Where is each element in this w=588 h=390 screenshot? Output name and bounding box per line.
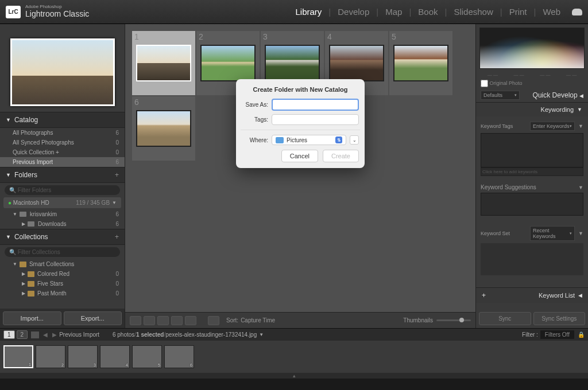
folder-icon bbox=[276, 137, 284, 143]
keyword-set-dropdown[interactable]: Recent Keywords▾ bbox=[530, 226, 575, 241]
where-label: Where: bbox=[242, 137, 268, 143]
catalog-item-selected[interactable]: Previous Import6 bbox=[0, 157, 125, 167]
survey-view-icon[interactable] bbox=[171, 316, 183, 325]
filter-lock-icon[interactable]: 🔒 bbox=[578, 332, 585, 338]
import-button[interactable]: Import... bbox=[3, 311, 61, 325]
module-book[interactable]: Book bbox=[413, 7, 442, 17]
folder-item[interactable]: ▼krisvankim6 bbox=[0, 209, 125, 219]
filter-dropdown[interactable]: Filters Off bbox=[540, 330, 574, 339]
quick-develop-header[interactable]: Quick Develop ◀ bbox=[520, 91, 583, 99]
thumbnail-slider[interactable] bbox=[436, 319, 471, 321]
cloud-sync-icon[interactable] bbox=[572, 9, 582, 15]
sort-value[interactable]: Capture Time bbox=[241, 317, 275, 323]
monitor-2-button[interactable]: 2 bbox=[17, 330, 28, 339]
folder-icon bbox=[28, 221, 34, 227]
module-develop[interactable]: Develop bbox=[333, 7, 374, 17]
catalog-item[interactable]: All Synced Photographs0 bbox=[0, 138, 125, 147]
module-web[interactable]: Web bbox=[538, 7, 565, 17]
smart-collections-header[interactable]: ▼Smart Collections bbox=[0, 259, 125, 269]
catalog-item[interactable]: Quick Collection +0 bbox=[0, 147, 125, 157]
nav-back-icon[interactable]: ◀ bbox=[43, 332, 48, 338]
collection-item[interactable]: ▶Colored Red0 bbox=[0, 269, 125, 279]
compare-view-icon[interactable] bbox=[157, 316, 169, 325]
keyword-tags-dropdown[interactable]: Enter Keywords▾ bbox=[530, 122, 575, 131]
expand-where-button[interactable]: ⌄ bbox=[350, 135, 359, 145]
navigator-image[interactable] bbox=[10, 38, 115, 106]
sync-settings-button[interactable]: Sync Settings bbox=[533, 312, 586, 325]
photo-count: 6 photos bbox=[113, 332, 134, 338]
filmstrip-handle[interactable]: ▴ bbox=[0, 373, 588, 379]
monitor-1-button[interactable]: 1 bbox=[3, 330, 15, 339]
collection-item[interactable]: ▶Recently Modified0 bbox=[0, 298, 125, 300]
folders-header[interactable]: ▼ Folders + bbox=[0, 167, 125, 183]
painter-tool-icon[interactable] bbox=[208, 316, 219, 325]
where-dropdown[interactable]: Pictures ⇅ bbox=[272, 135, 346, 145]
folder-item[interactable]: ▶Downloads6 bbox=[0, 219, 125, 229]
chevron-down-icon[interactable]: ▼ bbox=[578, 231, 583, 236]
filmstrip-thumb[interactable]: 3 bbox=[68, 345, 98, 368]
collections-header[interactable]: ▼ Collections + bbox=[0, 229, 125, 245]
grid-cell[interactable]: 5 bbox=[389, 31, 452, 95]
keyword-suggestions-label: Keyword Suggestions bbox=[481, 184, 536, 190]
add-folder-icon[interactable]: + bbox=[115, 171, 119, 179]
where-value: Pictures bbox=[287, 137, 307, 143]
chevron-left-icon: ◀ bbox=[578, 292, 582, 298]
filmstrip-thumb[interactable]: 4 bbox=[100, 345, 130, 368]
center-panel: 1 2 3 4 5 6 Sort: Capture Time Thumbnail… bbox=[125, 24, 475, 328]
collections-search-input[interactable]: 🔍 Filter Collections bbox=[5, 247, 120, 257]
filter-label: Filter : bbox=[522, 332, 538, 338]
filmstrip-thumb[interactable]: 1 bbox=[3, 345, 33, 368]
chevron-down-icon[interactable]: ▼ bbox=[578, 185, 583, 190]
source-label[interactable]: Previous Import bbox=[59, 332, 99, 338]
collection-item[interactable]: ▶Past Month0 bbox=[0, 288, 125, 298]
collection-item[interactable]: ▶Five Stars0 bbox=[0, 279, 125, 288]
tags-input[interactable] bbox=[272, 114, 359, 125]
smart-collection-icon bbox=[28, 281, 34, 287]
create-button[interactable]: Create bbox=[323, 150, 359, 162]
module-map[interactable]: Map bbox=[381, 7, 407, 17]
left-panel: ▼ Catalog All Photographs6 All Synced Ph… bbox=[0, 24, 125, 328]
module-print[interactable]: Print bbox=[505, 7, 532, 17]
thumbnails-label: Thumbnails bbox=[403, 317, 433, 323]
drive-row[interactable]: ● Macintosh HD 119 / 345 GB ▼ bbox=[3, 197, 121, 208]
chevron-down-icon: ▼ bbox=[6, 234, 11, 240]
grid-cell[interactable]: 1 bbox=[132, 31, 195, 95]
histogram[interactable] bbox=[479, 28, 585, 69]
add-collection-icon[interactable]: + bbox=[115, 233, 119, 241]
grid-view-icon[interactable] bbox=[130, 316, 141, 325]
keywords-textarea[interactable] bbox=[481, 133, 583, 167]
filmstrip-thumb[interactable]: 5 bbox=[132, 345, 162, 368]
chevron-down-icon: ▼ bbox=[13, 212, 17, 217]
nav-forward-icon[interactable]: ▶ bbox=[52, 332, 57, 338]
filmstrip[interactable]: 1 2 3 4 5 6 bbox=[0, 341, 588, 373]
grid-icon[interactable] bbox=[31, 332, 39, 338]
export-button[interactable]: Export... bbox=[64, 311, 122, 325]
catalog-header[interactable]: ▼ Catalog bbox=[0, 112, 125, 128]
grid-cell[interactable]: 6 bbox=[132, 96, 195, 161]
catalog-item[interactable]: All Photographs6 bbox=[0, 128, 125, 138]
module-library[interactable]: Library bbox=[291, 7, 326, 17]
people-view-icon[interactable] bbox=[185, 316, 196, 325]
keywording-header[interactable]: Keywording▼ bbox=[476, 102, 588, 116]
smart-collection-icon bbox=[28, 291, 34, 297]
folders-title: Folders bbox=[14, 171, 37, 179]
loupe-view-icon[interactable] bbox=[144, 316, 155, 325]
module-picker: Library| Develop| Map| Book| Slideshow| … bbox=[291, 7, 582, 17]
save-as-input[interactable] bbox=[272, 99, 359, 111]
keyword-list-header[interactable]: + Keyword List◀ bbox=[476, 287, 588, 303]
keyword-suggestions-area bbox=[481, 193, 583, 216]
folders-search-input[interactable]: 🔍 Filter Folders bbox=[5, 185, 120, 195]
catalog-title: Catalog bbox=[14, 116, 38, 124]
chevron-down-icon[interactable]: ▼ bbox=[259, 332, 264, 337]
cancel-button[interactable]: Cancel bbox=[281, 150, 318, 162]
defaults-dropdown[interactable]: Defaults▾ bbox=[481, 91, 520, 100]
chevron-right-icon: ▶ bbox=[22, 221, 25, 227]
keywords-hint[interactable]: Click here to add keywords bbox=[481, 167, 583, 176]
add-keyword-icon[interactable]: + bbox=[482, 291, 486, 299]
chevron-down-icon[interactable]: ▼ bbox=[578, 123, 583, 129]
filmstrip-thumb[interactable]: 2 bbox=[36, 345, 65, 368]
filmstrip-thumb[interactable]: 6 bbox=[164, 345, 194, 368]
sync-button[interactable]: Sync bbox=[479, 312, 531, 325]
module-slideshow[interactable]: Slideshow bbox=[449, 7, 497, 17]
original-photo-checkbox[interactable]: Original Photo bbox=[476, 79, 588, 88]
